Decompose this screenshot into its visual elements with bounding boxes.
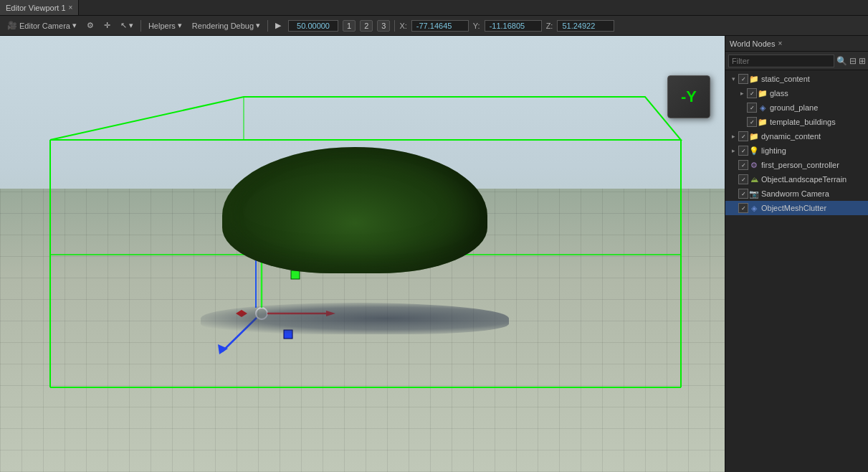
node-tree: ▾✓📁static_content▸✓📁glass✓◈ground_plane✓… [725, 70, 868, 472]
node-item-ObjectMeshClutter[interactable]: ✓◈ObjectMeshClutter [725, 201, 868, 215]
node-checkbox[interactable]: ✓ [738, 74, 748, 84]
node-checkbox[interactable]: ✓ [738, 174, 748, 184]
camera-cube[interactable]: -Y [667, 75, 710, 118]
gear-icon: ⚙ [87, 21, 94, 30]
filter-input[interactable] [728, 55, 834, 67]
x-label: X: [399, 22, 406, 30]
node-item-dynamic_content[interactable]: ▸✓📁dynamic_content [725, 129, 868, 143]
node-item-ground_plane[interactable]: ✓◈ground_plane [725, 100, 868, 115]
pointer-button[interactable]: ↖ ▾ [118, 19, 136, 32]
world-nodes-tab[interactable]: World Nodes × [730, 39, 782, 48]
node-checkbox[interactable]: ✓ [738, 146, 748, 156]
node-arrow: ▸ [728, 147, 738, 154]
world-nodes-tab-close[interactable]: × [778, 39, 782, 47]
node-type-icon: 📁 [748, 73, 760, 85]
rendering-arrow: ▾ [256, 21, 260, 30]
node-item-SandwormCamera[interactable]: ✓📷Sandworm Camera [725, 187, 868, 201]
helpers-arrow: ▾ [178, 21, 182, 30]
z-label: Z: [546, 22, 553, 30]
main-area: -Y World Nodes × 🔍 ⊟ ⊞ ≡ ▾✓📁static_conte… [0, 36, 868, 472]
node-type-icon: 📁 [757, 88, 768, 99]
camera-arrow: ▾ [72, 21, 77, 30]
transform-button[interactable]: ✛ [101, 19, 113, 32]
speed-field[interactable]: 50.00000 [288, 20, 338, 32]
node-type-icon: 💡 [748, 145, 760, 156]
cursor-icon: ↖ [120, 21, 127, 30]
node-type-icon: 📁 [757, 116, 768, 128]
camera-cube-face: -Y [667, 75, 710, 118]
run-button[interactable]: ▶ [272, 19, 284, 32]
panel-tab-bar: World Nodes × [725, 36, 868, 52]
tree-canopy [222, 147, 487, 273]
node-type-icon: 📁 [748, 131, 760, 142]
helpers-menu[interactable]: Helpers ▾ [146, 19, 185, 32]
filter-bar: 🔍 ⊟ ⊞ ≡ [725, 52, 868, 70]
node-label: glass [768, 89, 865, 98]
x-value[interactable]: -77.14645 [411, 20, 469, 32]
viewport-tab-close[interactable]: × [69, 4, 73, 11]
btn-3[interactable]: 3 [377, 20, 390, 32]
run-icon: ▶ [275, 21, 281, 30]
helpers-label: Helpers [148, 22, 176, 30]
settings-button[interactable]: ⚙ [84, 19, 97, 32]
world-nodes-tab-label: World Nodes [730, 39, 775, 48]
node-arrow: ▾ [728, 75, 738, 82]
node-checkbox[interactable]: ✓ [747, 117, 757, 127]
viewport-tab[interactable]: Editor Viewport 1 × [0, 0, 79, 15]
rendering-label: Rendering Debug [192, 22, 254, 30]
node-type-icon: ⛰ [748, 174, 760, 185]
camera-icon: 🎥 [7, 21, 17, 30]
node-label: static_content [760, 75, 865, 83]
node-checkbox[interactable]: ✓ [738, 160, 748, 170]
sep1 [140, 20, 141, 32]
node-label: ObjectMeshClutter [760, 204, 865, 212]
node-label: ObjectLandscapeTerrain [760, 175, 865, 184]
tree-shadows [201, 303, 509, 334]
node-label: Sandworm Camera [760, 189, 865, 198]
node-type-icon: ⚙ [748, 159, 760, 171]
tree-cluster [222, 147, 487, 305]
sep3 [394, 20, 395, 32]
node-item-template_buildings[interactable]: ✓📁template_buildings [725, 115, 868, 129]
node-checkbox[interactable]: ✓ [747, 88, 757, 98]
viewport[interactable]: -Y [0, 36, 725, 472]
node-label: first_person_controller [760, 161, 865, 169]
camera-label: Editor Camera [19, 22, 70, 30]
node-item-static_content[interactable]: ▾✓📁static_content [725, 72, 868, 86]
sep2 [267, 20, 268, 32]
filter-icon[interactable]: 🔍 [836, 56, 847, 66]
node-checkbox[interactable]: ✓ [738, 131, 748, 141]
btn-2[interactable]: 2 [360, 20, 373, 32]
node-item-lighting[interactable]: ▸✓💡lighting [725, 143, 868, 158]
node-checkbox[interactable]: ✓ [747, 103, 757, 113]
z-value[interactable]: 51.24922 [557, 20, 614, 32]
y-value[interactable]: -11.16805 [485, 20, 542, 32]
cursor-arrow: ▾ [129, 21, 133, 30]
collapse-icon[interactable]: ⊞ [859, 56, 866, 66]
node-type-icon: ◈ [757, 102, 768, 113]
y-label: Y: [473, 22, 480, 30]
node-checkbox[interactable]: ✓ [738, 189, 748, 199]
world-nodes-panel: World Nodes × 🔍 ⊟ ⊞ ≡ ▾✓📁static_content▸… [725, 36, 868, 472]
node-item-ObjectLandscapeTerrain[interactable]: ✓⛰ObjectLandscapeTerrain [725, 172, 868, 187]
node-arrow: ▸ [737, 90, 747, 97]
btn-1[interactable]: 1 [343, 20, 356, 32]
node-arrow: ▸ [728, 133, 738, 140]
node-label: dynamic_content [760, 132, 865, 141]
node-item-glass[interactable]: ▸✓📁glass [725, 86, 868, 100]
rendering-menu[interactable]: Rendering Debug ▾ [189, 19, 263, 32]
toolbar: 🎥 Editor Camera ▾ ⚙ ✛ ↖ ▾ Helpers ▾ Rend… [0, 16, 868, 36]
node-label: lighting [760, 146, 865, 155]
node-item-first_person_controller[interactable]: ✓⚙first_person_controller [725, 158, 868, 172]
node-type-icon: 📷 [748, 188, 760, 199]
camera-selector[interactable]: 🎥 Editor Camera ▾ [4, 19, 80, 32]
move-icon: ✛ [104, 21, 110, 30]
camera-cube-label: -Y [681, 88, 697, 106]
filter-options-icon[interactable]: ⊟ [849, 56, 857, 66]
node-label: ground_plane [768, 103, 865, 112]
viewport-tab-label: Editor Viewport 1 [6, 4, 66, 12]
node-type-icon: ◈ [748, 202, 760, 214]
top-tab-bar: Editor Viewport 1 × [0, 0, 868, 16]
node-label: template_buildings [768, 118, 865, 126]
node-checkbox[interactable]: ✓ [738, 203, 748, 213]
